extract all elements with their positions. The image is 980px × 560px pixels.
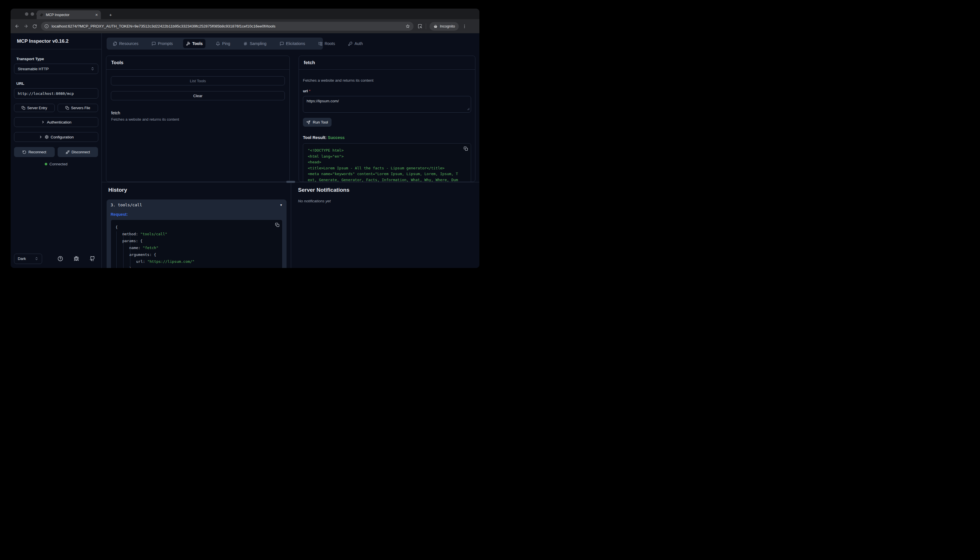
resize-handle-icon[interactable] xyxy=(467,107,470,111)
configuration-label: Configuration xyxy=(51,135,74,139)
tab-roots[interactable]: Roots xyxy=(316,39,338,48)
browser-tabstrip: MCP Inspector ✕ + xyxy=(11,8,479,19)
transport-type-label: Transport Type xyxy=(16,57,98,61)
tab-sampling[interactable]: Sampling xyxy=(240,39,269,48)
run-tool-button[interactable]: Run Tool xyxy=(303,118,331,127)
copy-icon[interactable] xyxy=(464,147,468,151)
incognito-label: Incognito xyxy=(440,24,455,28)
transport-type-select[interactable]: Streamable HTTP xyxy=(14,63,98,74)
tool-result-code: "<!DOCTYPE html> <html lang="en"> <head>… xyxy=(308,148,466,182)
server-entry-button[interactable]: Server Entry xyxy=(14,104,55,112)
detail-tool-description: Fetches a website and returns its conten… xyxy=(303,78,471,83)
app-title: MCP Inspector v0.16.2 xyxy=(17,38,68,44)
bug-icon[interactable] xyxy=(74,256,79,262)
tools-panel-title: Tools xyxy=(111,60,123,65)
status-dot xyxy=(45,163,47,165)
history-entry-card: 3. tools/call ▼ Request: {method: "tools… xyxy=(106,200,286,268)
required-asterisk: * xyxy=(309,89,310,93)
list-tools-button[interactable]: List Tools xyxy=(111,76,285,85)
hammer-icon xyxy=(186,42,190,46)
forward-icon[interactable] xyxy=(23,24,28,29)
message-square-icon xyxy=(151,42,156,46)
history-entry-header[interactable]: 3. tools/call ▼ xyxy=(106,200,286,210)
site-info-icon[interactable] xyxy=(45,24,49,28)
connection-status: Connected xyxy=(14,162,98,166)
tab-search-icon[interactable] xyxy=(418,24,423,29)
history-title: History xyxy=(108,187,127,193)
request-code-block: {method: "tools/call"params: {name: "fet… xyxy=(111,220,283,268)
detail-tool-name: fetch xyxy=(304,60,315,65)
collapse-caret-icon[interactable]: ▼ xyxy=(280,203,283,207)
tool-result-heading: Tool Result: Success xyxy=(303,135,471,140)
tool-name: fetch xyxy=(111,111,285,115)
copy-icon[interactable] xyxy=(275,223,280,227)
browser-window: MCP Inspector ✕ + localhost:6274/?MCP_PR… xyxy=(11,8,479,268)
detail-panel-header: fetch xyxy=(299,56,475,70)
tool-result-block: "<!DOCTYPE html> <html lang="en"> <head>… xyxy=(303,143,471,182)
tab-label: Ping xyxy=(222,41,230,46)
tab-label: Roots xyxy=(324,41,335,46)
configuration-button[interactable]: Configuration xyxy=(14,132,98,142)
authentication-button[interactable]: Authentication xyxy=(14,117,98,127)
new-tab-button[interactable]: + xyxy=(107,11,114,18)
tab-close-icon[interactable]: ✕ xyxy=(95,13,98,17)
tab-ping[interactable]: Ping xyxy=(213,39,233,48)
transport-type-value: Streamable HTTP xyxy=(18,67,49,71)
server-url-input[interactable]: http://localhost:8080/mcp xyxy=(14,88,98,98)
chevrons-up-down-icon xyxy=(35,257,38,260)
back-icon[interactable] xyxy=(15,24,20,29)
hash-icon xyxy=(243,42,248,46)
tool-description: Fetches a website and returns its conten… xyxy=(111,117,285,122)
tab-tools[interactable]: Tools xyxy=(183,39,205,48)
disconnect-label: Disconnect xyxy=(72,150,90,154)
tool-list-item[interactable]: fetch Fetches a website and returns its … xyxy=(106,100,290,122)
servers-file-button[interactable]: Servers File xyxy=(58,104,98,112)
tab-elicitations[interactable]: Elicitations xyxy=(277,39,308,48)
browser-menu-icon[interactable] xyxy=(462,24,467,29)
github-icon[interactable] xyxy=(90,256,95,262)
request-label: Request: xyxy=(111,212,283,217)
main-area: Resources Prompts Tools Ping xyxy=(102,33,479,268)
incognito-icon xyxy=(433,24,438,29)
tab-auth[interactable]: Auth xyxy=(345,39,366,48)
tab-label: Tools xyxy=(192,41,203,46)
url-bar[interactable]: localhost:6274/?MCP_PROXY_AUTH_TOKEN=9e7… xyxy=(41,22,413,31)
clear-button[interactable]: Clear xyxy=(111,91,285,100)
tab-label: Elicitations xyxy=(286,41,305,46)
theme-select[interactable]: Dark xyxy=(14,253,42,264)
gear-icon xyxy=(45,135,49,139)
tab-label: Auth xyxy=(354,41,363,46)
disconnect-button[interactable]: Disconnect xyxy=(58,147,98,157)
window-close-dot[interactable] xyxy=(25,12,28,16)
authentication-label: Authentication xyxy=(47,120,72,124)
unplug-icon xyxy=(66,150,70,154)
history-entry-label: 3. tools/call xyxy=(111,203,142,207)
reconnect-button[interactable]: Reconnect xyxy=(14,147,55,157)
reload-icon[interactable] xyxy=(32,24,37,29)
tab-title: MCP Inspector xyxy=(46,13,93,17)
tab-resources[interactable]: Resources xyxy=(110,39,141,48)
incognito-badge: Incognito xyxy=(429,22,459,31)
param-name: url xyxy=(303,89,308,93)
chevrons-up-down-icon xyxy=(91,67,95,71)
url-text[interactable]: localhost:6274/?MCP_PROXY_AUTH_TOKEN=9e7… xyxy=(52,24,403,28)
window-minimize-dot[interactable] xyxy=(31,12,34,16)
lower-section: History 3. tools/call ▼ Request: {method… xyxy=(102,182,479,268)
folder-tree-icon xyxy=(318,42,323,46)
tab-prompts[interactable]: Prompts xyxy=(149,39,176,48)
copy-icon xyxy=(22,106,25,110)
servers-file-label: Servers File xyxy=(71,106,90,110)
bookmark-star-icon[interactable] xyxy=(406,24,410,29)
tool-detail-panel: fetch Fetches a website and returns its … xyxy=(299,56,475,182)
status-text: Connected xyxy=(50,162,68,166)
param-url-textarea[interactable]: https://lipsum.com/ xyxy=(303,96,471,113)
browser-tab[interactable]: MCP Inspector ✕ xyxy=(37,10,101,19)
server-notifications-title: Server Notifications xyxy=(298,187,349,193)
help-icon[interactable] xyxy=(58,256,63,262)
run-tool-label: Run Tool xyxy=(313,120,328,124)
key-icon xyxy=(348,42,353,46)
tab-label: Sampling xyxy=(250,41,266,46)
sidebar-header: MCP Inspector v0.16.2 xyxy=(11,33,101,49)
param-url-value: https://lipsum.com/ xyxy=(306,99,339,103)
reconnect-label: Reconnect xyxy=(28,150,46,154)
